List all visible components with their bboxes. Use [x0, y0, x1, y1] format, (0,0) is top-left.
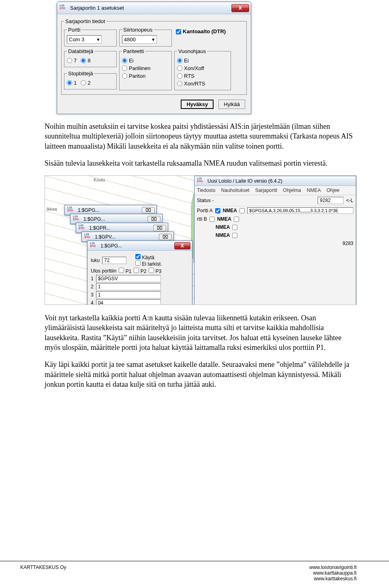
speed-legend: Siirtonopeus — [122, 27, 154, 33]
carrier-text: Kantoaalto (DTR) — [183, 28, 226, 34]
footer-company: KARTTAKESKUS Oy — [20, 565, 66, 582]
speed-select[interactable]: 4800 ▾ — [122, 35, 157, 44]
chevron-down-icon: ▾ — [97, 36, 100, 43]
port-a-checkbox[interactable] — [215, 208, 220, 213]
dialog-title: Sarjaportin 1 asetukset — [70, 5, 231, 11]
menu-file[interactable]: Tiedosto — [197, 187, 216, 193]
menu-help[interactable]: Ohjee — [327, 187, 340, 193]
second-num[interactable]: 9283 — [342, 241, 353, 246]
carrier-checkbox-label[interactable]: Kantoaalto (DTR) — [174, 27, 231, 48]
io-screenshot: Koulu ikkaa Hagalund Koulu LOISTO Uusi L… — [45, 175, 357, 305]
stopbits-2[interactable]: 2 — [81, 80, 90, 86]
p1-checkbox[interactable]: P1 — [119, 268, 131, 274]
chevron-down-icon: ▾ — [152, 36, 155, 43]
close-icon[interactable]: X — [174, 242, 190, 249]
io-window: LOISTO Uusi Loisto / Laite IO versio (6.… — [194, 176, 356, 305]
stopbits-1[interactable]: 1 — [67, 80, 77, 86]
reject-button[interactable]: Hylkää — [218, 100, 245, 109]
databits-group: Databittejä 7 8 — [64, 48, 117, 67]
app-icon: LOISTO — [60, 4, 68, 12]
port-a-data: $GPGSA,A,3,26,09,05,15,,,,,,,,3.3,3.2,1.… — [247, 207, 353, 214]
flow-rts[interactable]: RTS — [177, 73, 194, 79]
menu-recordings[interactable]: Nauhoitukset — [221, 187, 250, 193]
map-label: ikkaa — [47, 207, 57, 211]
databits-legend: Databittejä — [67, 48, 94, 54]
parity-even[interactable]: Parillinen — [122, 65, 150, 71]
paragraph-1: Noihin muihin asetuksiin ei tarvitse kos… — [45, 121, 357, 151]
serial-port-settings-dialog: LOISTO Sarjaportin 1 asetukset X Sarjapo… — [57, 2, 251, 114]
flow-legend: Vuonohjaus — [177, 48, 207, 54]
databits-7[interactable]: 7 — [67, 58, 77, 64]
nmea-label: NMEA — [216, 232, 230, 238]
row-val[interactable]: 1 — [96, 283, 161, 290]
status-icon: <-L — [346, 198, 353, 203]
row-num: 4 — [91, 300, 94, 305]
footer-link: www.loistonavigointi.fi — [309, 565, 357, 570]
p2-checkbox[interactable]: P2 — [134, 268, 146, 274]
io-title: Uusi Loisto / Laite IO versio (6.4.2) — [207, 178, 354, 184]
parity-odd[interactable]: Pariton — [122, 73, 145, 79]
window-buttons[interactable]: ⌧ — [142, 207, 155, 213]
paragraph-3: Voit nyt tarkastella kaikkia portti A:n … — [45, 313, 357, 352]
titlebar: LOISTO Sarjaportin 1 asetukset X — [57, 2, 251, 14]
port-d-nmea-checkbox[interactable] — [232, 233, 237, 238]
flow-xonxoff[interactable]: Xon/Xoff — [177, 65, 204, 71]
io-menu: Tiedosto Nauhoitukset Sarjaportit Ohjelm… — [194, 186, 356, 195]
row-val[interactable]: 04 — [96, 299, 161, 305]
carrier-checkbox[interactable] — [176, 29, 181, 34]
row-val[interactable]: $GPGSV — [96, 275, 161, 282]
window-buttons[interactable]: ⌧ — [153, 225, 166, 231]
speed-group: Siirtonopeus 4800 ▾ — [119, 27, 172, 47]
menu-serialports[interactable]: Sarjaportit — [255, 187, 278, 193]
flow-xonrts[interactable]: Xon/RTS — [177, 81, 205, 87]
port-c-nmea-checkbox[interactable] — [232, 225, 237, 230]
row-val[interactable]: 1 — [96, 291, 161, 298]
row-num: 2 — [91, 284, 94, 290]
serial-port-info-group: Sarjaportin tiedot Portti Com 3 ▾ Siirto… — [61, 18, 247, 95]
databits-8[interactable]: 8 — [81, 58, 90, 64]
port-a-row: Portti A NMEA $GPGSA,A,3,26,09,05,15,,,,… — [194, 206, 356, 215]
port-select[interactable]: Com 3 ▾ — [67, 35, 102, 44]
stopbits-group: Stopbittejä 1 2 — [64, 70, 117, 89]
p3-checkbox[interactable]: P3 — [149, 268, 161, 274]
paragraph-2: Sisään tulevia lausekkeita voit tarkaste… — [45, 158, 357, 168]
page-footer: KARTTAKESKUS Oy www.loistonavigointi.fi … — [0, 561, 389, 582]
app-icon: LOISTO — [197, 177, 205, 185]
window-buttons[interactable]: ⌧ — [159, 234, 172, 240]
port-group: Portti Com 3 ▾ — [64, 27, 117, 47]
luku-value[interactable]: 72 — [102, 257, 126, 264]
menu-program[interactable]: Ohjelma — [283, 187, 301, 193]
menu-nmea[interactable]: NMEA — [307, 187, 321, 193]
nmea-label: NMEA — [217, 216, 231, 222]
status-label: Status - — [197, 198, 214, 203]
eitarkist-checkbox[interactable]: Ei tarkist. — [135, 261, 162, 267]
stack-title: 1:$GPG... — [100, 243, 174, 249]
port-a-nmea-checkbox[interactable] — [239, 208, 245, 213]
group-legend: Sarjaportin tiedot — [64, 18, 106, 24]
parity-group: Pariteetti Ei Parillinen Pariton — [119, 48, 172, 90]
stack-title: 1:$GPG... — [78, 207, 142, 213]
port-value: Com 3 — [69, 36, 84, 43]
port-b-nmea-checkbox[interactable] — [234, 217, 239, 222]
accept-button[interactable]: Hyväksy — [181, 100, 214, 109]
row-num: 1 — [91, 276, 94, 281]
port-b-checkbox[interactable] — [209, 217, 215, 222]
flow-none[interactable]: Ei — [177, 58, 189, 64]
stack-title: 1:$GPV... — [95, 234, 159, 240]
nmea-label: NMEA — [216, 224, 230, 230]
nmea-label: NMEA — [223, 208, 237, 213]
close-icon[interactable]: X — [231, 4, 249, 12]
nmea-front-window: LOISTO1:$GPG...X luku 72 Käytä Ei tarkis… — [87, 241, 192, 305]
kayta-checkbox[interactable]: Käytä — [135, 255, 154, 260]
port-label: rtti B — [197, 216, 207, 222]
parity-none[interactable]: Ei — [122, 58, 134, 64]
map-label: Koulu — [94, 177, 105, 182]
paragraph-4: Käy läpi kaikki portit ja tee samat aset… — [45, 360, 357, 389]
status-num[interactable]: 9282 — [318, 197, 344, 204]
port-legend: Portti — [67, 27, 81, 33]
ulos-label: Ulos porttiin — [91, 268, 116, 274]
flow-group: Vuonohjaus Ei Xon/Xoff RTS Xon/RTS — [174, 48, 231, 90]
port-d-row: NMEA — [194, 231, 356, 239]
window-buttons[interactable]: ⌧ — [147, 216, 160, 222]
row-num: 3 — [91, 292, 94, 298]
